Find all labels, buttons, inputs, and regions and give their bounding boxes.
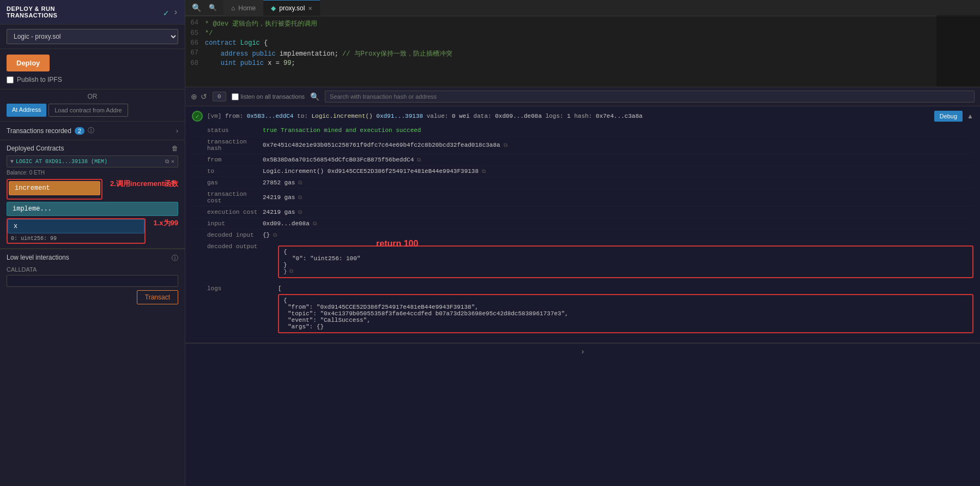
close-contract-icon[interactable]: ✕ (171, 158, 174, 165)
trash-icon[interactable]: 🗑 (172, 145, 178, 152)
calldata-label: CALLDATA (7, 266, 178, 273)
decoded-input-val: {} ⧉ (263, 232, 973, 238)
tx-summary: [vm] from: 0x5B3...eddC4 to: Logic.incre… (207, 113, 643, 119)
deploy-button[interactable]: Deploy (7, 55, 50, 71)
filter-toggle-icon[interactable]: ⊕ (191, 92, 197, 101)
transactions-header: Transactions recorded 2 ⓘ › (0, 121, 185, 140)
decoded-output-box: { "0": "uint256: 100" } } ⧉ (278, 245, 973, 278)
publish-ipfs-label: Publish to IPFS (17, 76, 62, 83)
proxy-sol-tab-label: proxy.sol (279, 4, 305, 12)
annotation-x: 1.x为99 (153, 218, 178, 228)
copy-gas-icon[interactable]: ⧉ (298, 180, 302, 186)
zoom-out-btn[interactable]: 🔍 (207, 3, 219, 13)
tx-cost-key: transaction cost (192, 191, 263, 204)
listen-all-checkbox[interactable] (232, 93, 239, 100)
copy-tx-hash-icon[interactable]: ⧉ (504, 142, 507, 148)
copy-exec-cost-icon[interactable]: ⧉ (298, 209, 302, 215)
copy-from-icon[interactable]: ⧉ (417, 157, 421, 163)
x-button[interactable]: x (8, 219, 144, 233)
debug-button[interactable]: Debug (934, 111, 963, 122)
exec-cost-row: execution cost 24219 gas ⧉ (192, 207, 973, 218)
minimap (936, 15, 980, 87)
increment-row: increment 2.调用increment函数 (7, 179, 178, 200)
tab-bar: 🔍 🔍 ⌂ Home ◆ proxy.sol ✕ (185, 0, 980, 16)
decoded-output-key: decoded output (192, 243, 263, 280)
decoded-output-row: decoded output { "0": "uint256: 100" } }… (192, 241, 973, 283)
input-key: input (192, 220, 263, 227)
publish-ipfs-checkbox[interactable] (7, 76, 14, 83)
logs-row: logs [ { "from": "0xd9145CCE52D386f25491… (192, 283, 973, 338)
code-line-64: 64 * @dev 逻辑合约，执行被委托的调用 (185, 19, 980, 29)
collapse-tx-icon[interactable]: ▲ (967, 112, 973, 120)
filter-icons: ⊕ ↺ (191, 92, 207, 101)
calldata-input[interactable] (7, 275, 178, 287)
low-level-label: Low level interactions (7, 254, 69, 263)
transact-button[interactable]: Transact (137, 290, 178, 304)
panel-header: DEPLOY & RUN TRANSACTIONS ✓ › (0, 0, 185, 25)
copy-contract-icon[interactable]: ⧉ (165, 159, 169, 165)
editor-area: 🔍 🔍 ⌂ Home ◆ proxy.sol ✕ 64 * @dev 逻辑合约，… (185, 0, 980, 87)
input-val: 0xd09...de08a ⧉ (263, 220, 973, 227)
home-icon: ⌂ (231, 4, 235, 12)
zoom-in-btn[interactable]: 🔍 (190, 2, 203, 13)
to-key: to (192, 168, 263, 175)
home-tab-label: Home (238, 4, 256, 12)
contract-item: ▼ LOGIC AT 0XD91...39138 (MEM) ⧉ ✕ (7, 155, 178, 167)
expand-arrow-icon[interactable]: › (176, 127, 178, 135)
or-divider: OR (0, 89, 185, 104)
at-address-tab[interactable]: At Address (7, 104, 46, 117)
chevron-right-icon[interactable]: › (173, 8, 178, 19)
address-tabs: At Address Load contract from Addre (0, 104, 185, 121)
exec-cost-key: execution cost (192, 209, 263, 215)
to-val: Logic.increment() 0xd9145CCE52D386f25491… (263, 168, 973, 175)
info-icon[interactable]: ⓘ (88, 126, 94, 135)
search-icon-btn[interactable]: 🔍 (310, 92, 319, 101)
code-editor[interactable]: 64 * @dev 逻辑合约，执行被委托的调用 65 */ 66 contrac… (185, 16, 980, 71)
home-tab[interactable]: ⌂ Home (223, 0, 263, 16)
tx-filter-bar: ⊕ ↺ 0 listen on all transactions 🔍 (185, 87, 980, 106)
tx-count-badge: 2 (75, 127, 84, 135)
panel-title: DEPLOY & RUN TRANSACTIONS (7, 5, 57, 19)
copy-to-icon[interactable]: ⧉ (482, 169, 486, 175)
decoded-input-row: decoded input {} ⧉ (192, 230, 973, 241)
tx-success-icon: ✓ (192, 111, 203, 122)
copy-decoded-output-icon[interactable]: ⧉ (289, 268, 293, 275)
gas-row: gas 27852 gas ⧉ (192, 177, 973, 189)
bottom-expand-icon[interactable]: › (582, 347, 584, 356)
tx-hash-key: transaction hash (192, 139, 263, 152)
transactions-label: Transactions recorded (7, 127, 71, 135)
tab-close-icon[interactable]: ✕ (308, 5, 312, 11)
copy-input-icon[interactable]: ⧉ (313, 221, 317, 227)
reset-icon[interactable]: ↺ (201, 92, 207, 101)
proxy-sol-tab[interactable]: ◆ proxy.sol ✕ (263, 0, 320, 16)
bottom-expand-row: › (185, 343, 980, 359)
code-line-65: 65 */ (185, 29, 980, 39)
x-highlight: x 0: uint256: 99 (7, 218, 146, 244)
chevron-down-icon[interactable]: ▼ (10, 159, 14, 165)
deploy-section: Deploy Publish to IPFS (0, 49, 185, 89)
x-result-label: 0: uint256: 99 (8, 235, 144, 243)
file-icon: ◆ (271, 4, 276, 12)
tx-area[interactable]: ✓ [vm] from: 0x5B3...eddC4 to: Logic.inc… (185, 106, 980, 486)
low-level-info-icon[interactable]: ⓘ (172, 254, 178, 263)
increment-button[interactable]: increment (9, 181, 100, 195)
annotation-increment: 2.调用increment函数 (110, 179, 178, 189)
from-row: from 0x5B38Da6a701c568545dCfcB03FcB875f5… (192, 154, 973, 166)
deployed-contracts-section: Deployed Contracts 🗑 ▼ LOGIC AT 0XD91...… (0, 140, 185, 249)
load-contract-tab[interactable]: Load contract from Addre (49, 104, 128, 117)
contract-select-row: Logic - proxy.sol (0, 25, 185, 49)
contract-select[interactable]: Logic - proxy.sol (7, 29, 178, 44)
gas-key: gas (192, 179, 263, 186)
return-100-annotation: return 100 (376, 239, 418, 249)
input-row: input 0xd09...de08a ⧉ (192, 218, 973, 230)
tx-detail-table: status true Transaction mined and execut… (192, 125, 973, 338)
status-val: true Transaction mined and execution suc… (263, 127, 973, 134)
listen-all-label: listen on all transactions (232, 93, 305, 100)
implementation-button[interactable]: impleme... (7, 202, 178, 216)
tx-search-input[interactable] (325, 91, 975, 103)
tx-header-row: ✓ [vm] from: 0x5B3...eddC4 to: Logic.inc… (192, 111, 973, 122)
copy-decoded-input-icon[interactable]: ⧉ (273, 232, 277, 238)
copy-tx-cost-icon[interactable]: ⧉ (298, 195, 302, 201)
status-key: status (192, 127, 263, 134)
logs-box: { "from": "0xd9145CCE52D386f254917e481eB… (278, 294, 973, 333)
